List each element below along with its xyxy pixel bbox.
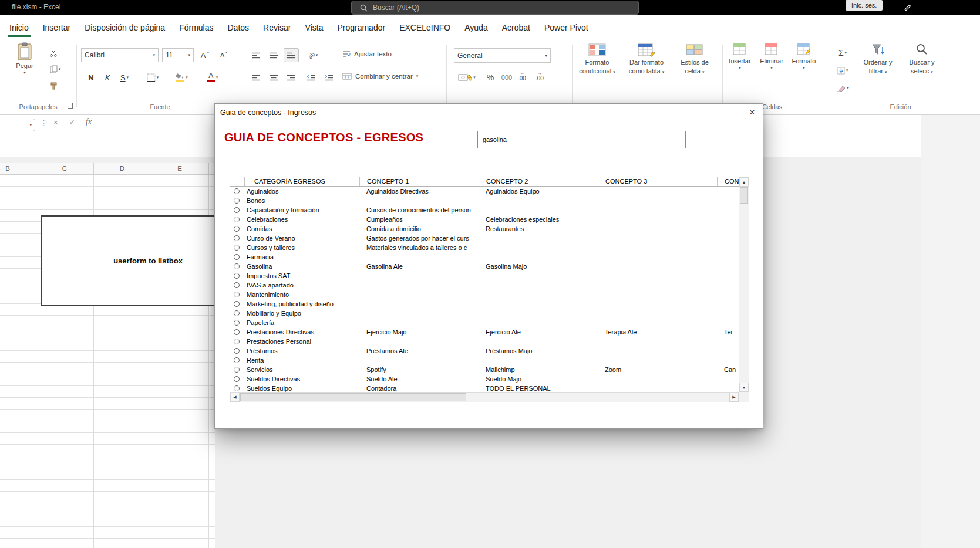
bold-button[interactable]: N [83, 70, 99, 84]
tab-acrobat[interactable]: Acrobat [500, 23, 532, 39]
column-header-E[interactable]: E [177, 165, 182, 172]
listbox-row[interactable]: Impuestos SAT [230, 271, 739, 280]
tab-vista[interactable]: Vista [304, 23, 325, 39]
horizontal-scroll-thumb[interactable] [240, 393, 466, 401]
align-right-icon[interactable] [284, 70, 299, 84]
listbox-row[interactable]: Sueldos EquipoContadoraTODO EL PERSONAL [230, 384, 739, 392]
row-radio-icon[interactable] [234, 282, 240, 288]
cut-button[interactable] [46, 46, 61, 60]
concept-search-input[interactable] [477, 131, 686, 148]
accounting-format-button[interactable]: ▾ [454, 70, 479, 84]
row-radio-icon[interactable] [234, 357, 240, 363]
close-icon[interactable]: × [743, 104, 761, 121]
align-middle-icon[interactable] [266, 48, 281, 62]
row-radio-icon[interactable] [234, 245, 240, 251]
scroll-left-icon[interactable]: ◀ [230, 393, 240, 402]
number-format-combo[interactable]: General ▾ [454, 48, 551, 63]
tab-programador[interactable]: Programador [335, 23, 387, 39]
orientation-button[interactable]: ab▾ [304, 48, 322, 62]
decrease-decimal-button[interactable]: →.00 [536, 70, 544, 81]
listbox-row[interactable]: Farmacia [230, 252, 739, 262]
listbox-row[interactable]: Bonos [230, 196, 739, 205]
listbox-row[interactable]: CelebracionesCumpleañosCelebraciones esp… [230, 215, 739, 224]
align-bottom-icon[interactable] [284, 48, 299, 62]
italic-button[interactable]: K [100, 70, 115, 84]
autosum-button[interactable]: Σ ▾ [833, 46, 853, 60]
row-radio-icon[interactable] [234, 301, 240, 307]
cancel-icon[interactable]: × [53, 118, 58, 127]
fill-button[interactable]: ▾ [833, 63, 853, 77]
increase-indent-icon[interactable] [321, 70, 336, 84]
tab-power-pivot[interactable]: Power Pivot [543, 23, 590, 39]
tab-revisar[interactable]: Revisar [261, 23, 292, 39]
listbox-row[interactable]: Marketing, publicidad y diseño [230, 299, 739, 309]
underline-button[interactable]: S▾ [115, 70, 134, 84]
font-size-combo[interactable]: 11 ▾ [162, 48, 194, 62]
listbox-row[interactable]: Cursos y talleresMateriales vinculados a… [230, 243, 739, 252]
vertical-scrollbar[interactable]: ▲ ▼ [739, 177, 749, 392]
sign-in-button[interactable]: Inic. ses. [846, 0, 883, 11]
row-radio-icon[interactable] [234, 320, 240, 326]
listbox-row[interactable]: PréstamosPréstamos AlePréstamos Majo [230, 346, 739, 356]
scroll-right-icon[interactable]: ▶ [729, 393, 739, 402]
listbox-row[interactable]: Papelería [230, 318, 739, 327]
listbox-row[interactable]: Renta [230, 356, 739, 365]
align-center-icon[interactable] [266, 70, 281, 84]
decrease-font-button[interactable]: Aˇ [216, 48, 231, 62]
tab-inicio[interactable]: Inicio [8, 23, 31, 39]
row-radio-icon[interactable] [234, 385, 240, 391]
row-radio-icon[interactable] [234, 329, 240, 335]
tab-ayuda[interactable]: Ayuda [463, 23, 489, 39]
decrease-indent-icon[interactable] [304, 70, 319, 84]
clear-button[interactable]: ▾ [833, 81, 853, 95]
row-radio-icon[interactable] [234, 273, 240, 279]
paste-button[interactable]: Pegar ▾ [9, 42, 40, 75]
scroll-down-icon[interactable]: ▼ [739, 383, 749, 392]
search-box[interactable]: Buscar (Alt+Q) [351, 1, 639, 15]
column-header-D[interactable]: D [120, 165, 124, 172]
row-radio-icon[interactable] [234, 292, 240, 297]
vertical-scroll-thumb[interactable] [740, 187, 748, 204]
listbox-row[interactable]: Prestaciones DirectivasEjercicio MajoEje… [230, 327, 739, 337]
horizontal-scrollbar[interactable]: ◀ ▶ [230, 392, 739, 402]
row-radio-icon[interactable] [234, 207, 240, 213]
listbox-row[interactable]: GasolinaGasolina AleGasolina Majo [230, 262, 739, 271]
listbox-row[interactable]: Capacitación y formaciónCursos de conoci… [230, 205, 739, 215]
tab-insertar[interactable]: Insertar [41, 23, 72, 39]
row-radio-icon[interactable] [234, 235, 240, 241]
row-radio-icon[interactable] [234, 188, 240, 194]
scroll-up-icon[interactable]: ▲ [739, 177, 749, 187]
insert-cells-button[interactable]: Insertar ▾ [725, 42, 755, 70]
conditional-formatting-button[interactable]: Formato condicional ▾ [574, 42, 621, 75]
row-radio-icon[interactable] [234, 198, 240, 204]
column-header-C[interactable]: C [62, 165, 67, 172]
listbox-row[interactable]: IVAS a apartado [230, 280, 739, 290]
listbox-row[interactable]: Curso de VeranoGastos generados por hace… [230, 234, 739, 243]
concepts-listbox[interactable]: CATEGORÍA EGRESOSCONCEPTO 1CONCEPTO 2CON… [230, 177, 749, 402]
align-left-icon[interactable] [248, 70, 264, 84]
pen-icon[interactable] [903, 3, 911, 11]
row-radio-icon[interactable] [234, 226, 240, 232]
percent-button[interactable]: % [483, 70, 498, 84]
listbox-row[interactable]: AguinaldosAguinaldos DirectivasAguinaldo… [230, 187, 739, 196]
listbox-row[interactable]: Mobiliario y Equipo [230, 309, 739, 318]
clipboard-dialog-launcher-icon[interactable] [68, 103, 73, 109]
row-radio-icon[interactable] [234, 376, 240, 382]
tab-fórmulas[interactable]: Fórmulas [177, 23, 215, 39]
row-radio-icon[interactable] [234, 217, 240, 222]
listbox-row[interactable]: ComidasComida a domicilioRestaurantes [230, 224, 739, 234]
merge-center-button[interactable]: Combinar y centrar ▾ [342, 73, 418, 80]
tab-datos[interactable]: Datos [226, 23, 251, 39]
row-radio-icon[interactable] [234, 263, 240, 269]
listbox-row[interactable]: Mantenimiento [230, 290, 739, 299]
copy-button[interactable]: ▾ [46, 62, 65, 76]
borders-button[interactable]: ▾ [142, 70, 163, 84]
tab-exceleinfo[interactable]: EXCELeINFO [398, 23, 452, 39]
thousands-separator-button[interactable]: 000 [498, 70, 516, 84]
row-radio-icon[interactable] [234, 348, 240, 354]
row-radio-icon[interactable] [234, 367, 240, 373]
delete-cells-button[interactable]: Eliminar ▾ [756, 42, 787, 70]
increase-decimal-button[interactable]: ←.00 [518, 70, 526, 81]
wrap-text-button[interactable]: Ajustar texto [342, 50, 392, 57]
column-header-B[interactable]: B [5, 165, 10, 172]
